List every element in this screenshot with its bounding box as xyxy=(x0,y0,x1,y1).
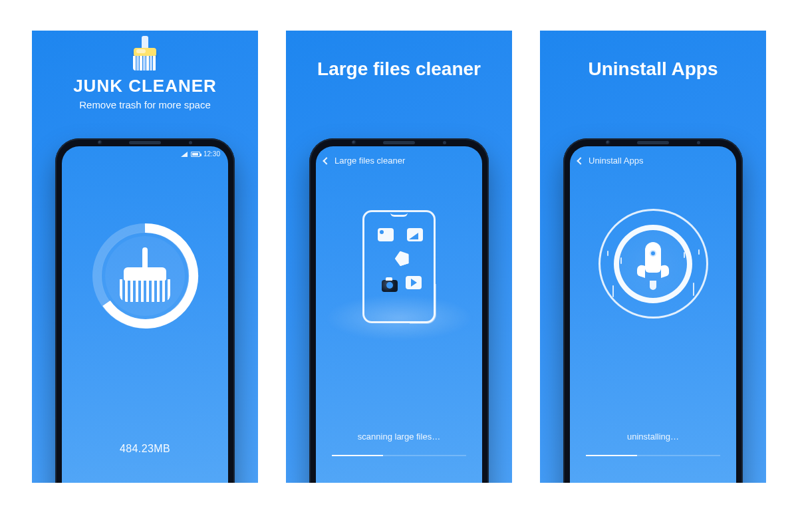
screen-nav-bar: Large files cleaner xyxy=(316,146,482,166)
scan-size-label: 484.23MB xyxy=(62,443,228,455)
speed-line-icon xyxy=(612,285,614,297)
panel1-phone-mockup: 12:30 xyxy=(55,138,235,483)
status-time: 12:30 xyxy=(203,150,220,158)
panel1-title: JUNK CLEANER xyxy=(32,76,258,96)
phone-camera-dot xyxy=(352,140,356,145)
back-icon[interactable] xyxy=(577,157,584,164)
outer-ring-icon xyxy=(598,209,708,319)
status-text: scanning large files… xyxy=(316,432,482,442)
phone-camera-dot xyxy=(98,140,102,145)
image-file-icon xyxy=(378,228,394,241)
panel2-phone-screen: Large files cleaner scanning large files… xyxy=(316,146,482,483)
progress-track xyxy=(332,455,466,456)
back-icon[interactable] xyxy=(323,157,330,164)
panel1-phone-screen: 12:30 xyxy=(62,146,228,483)
panel2-phone-mockup: Large files cleaner scanning large files… xyxy=(309,138,489,483)
promo-panel-uninstall: Uninstall Apps Uninstall Apps xyxy=(540,31,766,483)
scan-illustration xyxy=(62,219,228,332)
speed-line-icon xyxy=(693,283,694,296)
speed-line-icon xyxy=(684,252,685,258)
panel3-phone-screen: Uninstall Apps xyxy=(570,146,736,483)
panel2-title: Large files cleaner xyxy=(286,59,512,80)
progress-bar xyxy=(332,455,383,456)
panel3-phone-mockup: Uninstall Apps xyxy=(563,138,743,483)
screen-nav-title: Large files cleaner xyxy=(334,156,405,166)
status-bar: 12:30 xyxy=(62,146,228,158)
picture-file-icon xyxy=(407,228,423,241)
camera-file-icon xyxy=(382,280,398,292)
screen-nav-bar: Uninstall Apps xyxy=(570,146,736,166)
signal-icon xyxy=(181,152,188,157)
progress-track xyxy=(586,455,720,456)
files-illustration xyxy=(316,210,482,323)
rocket-illustration xyxy=(570,209,736,319)
speed-line-icon xyxy=(620,257,622,264)
broom-icon xyxy=(105,236,185,316)
brush-icon xyxy=(130,36,160,73)
screenshots-row: JUNK CLEANER Remove trash for more space… xyxy=(0,0,798,532)
phone-earpiece xyxy=(637,141,669,144)
battery-icon xyxy=(191,152,200,157)
phone-earpiece xyxy=(383,141,415,144)
status-text: uninstalling… xyxy=(570,432,736,442)
phone-earpiece xyxy=(129,141,161,144)
panel1-header: JUNK CLEANER Remove trash for more space xyxy=(32,36,258,110)
promo-panel-large-files: Large files cleaner Large files cleaner xyxy=(286,31,512,483)
progress-bar xyxy=(586,455,637,456)
inner-ring-icon xyxy=(614,225,692,303)
phone-sensor-dot xyxy=(443,141,446,144)
panel3-title: Uninstall Apps xyxy=(540,59,766,80)
phone-sensor-dot xyxy=(189,141,192,144)
screen-nav-title: Uninstall Apps xyxy=(589,156,643,166)
music-file-icon xyxy=(393,249,412,267)
speed-line-icon xyxy=(698,249,700,255)
speed-line-icon xyxy=(607,251,608,256)
phone-outline-icon xyxy=(362,210,436,323)
phone-sensor-dot xyxy=(697,141,700,144)
rocket-icon xyxy=(640,239,666,289)
panel1-subtitle: Remove trash for more space xyxy=(32,99,258,110)
promo-panel-junk-cleaner: JUNK CLEANER Remove trash for more space… xyxy=(32,31,258,483)
phone-camera-dot xyxy=(606,140,610,145)
